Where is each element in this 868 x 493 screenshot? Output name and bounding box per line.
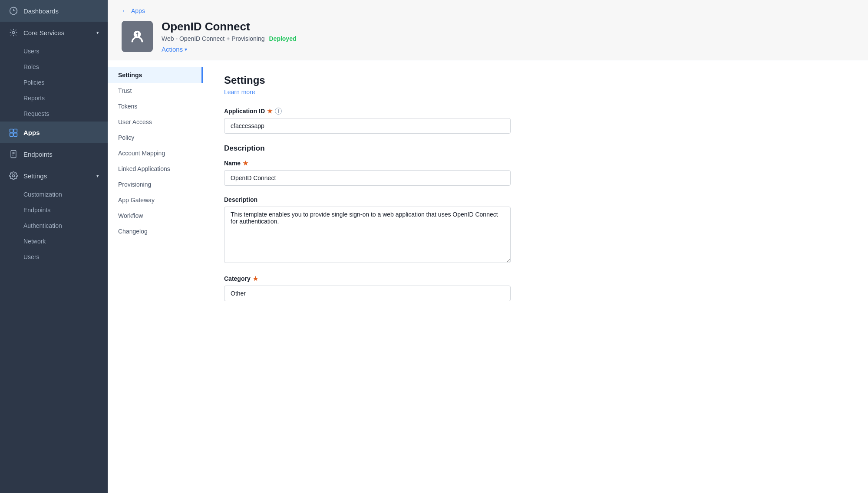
sub-nav-provisioning[interactable]: Provisioning	[108, 177, 203, 192]
sidebar-item-settings-label: Settings	[23, 172, 47, 180]
actions-chevron-icon: ▾	[185, 46, 187, 53]
sidebar-item-endpoints-label: Endpoints	[23, 151, 53, 158]
description-section-title: Description	[224, 144, 847, 153]
main-content: ← Apps OpenID Connect Web - OpenID Conne…	[108, 0, 868, 493]
app-info-bar: OpenID Connect Web - OpenID Connect + Pr…	[122, 20, 854, 60]
category-input[interactable]	[224, 286, 511, 301]
info-icon-appid[interactable]: i	[275, 108, 282, 115]
app-subtitle-text: Web - OpenID Connect + Provisioning	[162, 35, 264, 42]
required-star-appid: ★	[267, 108, 273, 115]
chevron-down-icon-settings: ▾	[96, 173, 99, 179]
app-title-area: OpenID Connect Web - OpenID Connect + Pr…	[162, 20, 297, 53]
svg-point-3	[13, 32, 15, 34]
application-id-label: Application ID ★ i	[224, 108, 847, 115]
sidebar-item-policies[interactable]: Policies	[0, 75, 108, 90]
sub-nav-workflow[interactable]: Workflow	[108, 208, 203, 223]
sidebar-item-apps[interactable]: Apps	[0, 122, 108, 143]
name-input[interactable]	[224, 170, 511, 186]
required-star-category: ★	[253, 275, 258, 282]
sub-nav-trust[interactable]: Trust	[108, 83, 203, 99]
chevron-down-icon: ▾	[96, 30, 99, 36]
back-arrow-icon: ←	[122, 7, 129, 15]
svg-rect-6	[10, 133, 13, 137]
sidebar-item-requests[interactable]: Requests	[0, 106, 108, 122]
category-field-group: Category ★	[224, 275, 847, 301]
sidebar: Dashboards Core Services ▾ Users Roles P…	[0, 0, 108, 493]
sidebar-item-customization[interactable]: Customization	[0, 187, 108, 202]
core-services-children: Users Roles Policies Reports Requests	[0, 43, 108, 122]
svg-point-12	[13, 175, 15, 177]
sidebar-item-endpoints-sub[interactable]: Endpoints	[0, 202, 108, 218]
content-area: Settings Trust Tokens User Access Policy…	[108, 60, 868, 493]
learn-more-link[interactable]: Learn more	[224, 89, 255, 95]
actions-button-label: Actions	[162, 46, 183, 53]
sidebar-item-users[interactable]: Users	[0, 43, 108, 59]
sidebar-item-core-services[interactable]: Core Services ▾	[0, 22, 108, 43]
svg-rect-5	[14, 129, 17, 133]
form-area: Settings Learn more Application ID ★ i D…	[203, 60, 868, 493]
sub-nav-changelog[interactable]: Changelog	[108, 223, 203, 239]
sidebar-item-authentication[interactable]: Authentication	[0, 218, 108, 233]
required-star-name: ★	[243, 160, 248, 167]
svg-rect-4	[10, 129, 13, 133]
description-textarea[interactable]	[224, 207, 511, 263]
name-label: Name ★	[224, 160, 847, 167]
desc-field-group: Description	[224, 196, 847, 265]
sub-nav-policy[interactable]: Policy	[108, 130, 203, 145]
sub-nav-linked-applications[interactable]: Linked Applications	[108, 161, 203, 177]
application-id-input[interactable]	[224, 118, 511, 134]
sub-nav-app-gateway[interactable]: App Gateway	[108, 192, 203, 208]
app-header: ← Apps OpenID Connect Web - OpenID Conne…	[108, 0, 868, 60]
sidebar-item-endpoints[interactable]: Endpoints	[0, 143, 108, 165]
sub-nav-account-mapping[interactable]: Account Mapping	[108, 145, 203, 161]
form-title: Settings	[224, 74, 847, 86]
app-title: OpenID Connect	[162, 20, 297, 33]
sub-navigation: Settings Trust Tokens User Access Policy…	[108, 60, 203, 493]
sidebar-item-reports[interactable]: Reports	[0, 90, 108, 106]
core-services-icon	[9, 28, 18, 37]
sidebar-item-dashboards-label: Dashboards	[23, 7, 59, 15]
sub-nav-tokens[interactable]: Tokens	[108, 99, 203, 114]
sidebar-item-core-services-label: Core Services	[23, 29, 64, 36]
sidebar-item-roles[interactable]: Roles	[0, 59, 108, 75]
actions-button[interactable]: Actions ▾	[162, 46, 297, 53]
back-link-label: Apps	[131, 7, 145, 14]
application-id-field-group: Application ID ★ i	[224, 108, 847, 134]
description-section: Description Name ★ Description	[224, 144, 847, 301]
sidebar-item-apps-label: Apps	[23, 129, 40, 136]
deployed-status-badge: Deployed	[269, 35, 296, 42]
sidebar-item-users-sub[interactable]: Users	[0, 249, 108, 265]
settings-children: Customization Endpoints Authentication N…	[0, 187, 108, 265]
svg-rect-7	[14, 133, 17, 137]
back-to-apps-link[interactable]: ← Apps	[122, 7, 854, 15]
dashboard-icon	[9, 6, 18, 16]
settings-icon	[9, 171, 18, 181]
category-label: Category ★	[224, 275, 847, 282]
sidebar-item-settings[interactable]: Settings ▾	[0, 165, 108, 187]
app-subtitle: Web - OpenID Connect + Provisioning Depl…	[162, 35, 297, 42]
app-icon-box	[122, 21, 153, 52]
sub-nav-settings[interactable]: Settings	[108, 67, 203, 83]
sub-nav-user-access[interactable]: User Access	[108, 114, 203, 130]
sidebar-item-dashboards[interactable]: Dashboards	[0, 0, 108, 22]
name-field-group: Name ★	[224, 160, 847, 186]
desc-label: Description	[224, 196, 847, 203]
apps-icon	[9, 128, 18, 137]
endpoints-icon	[9, 149, 18, 159]
sidebar-item-network[interactable]: Network	[0, 233, 108, 249]
app-badge-icon	[129, 28, 146, 45]
